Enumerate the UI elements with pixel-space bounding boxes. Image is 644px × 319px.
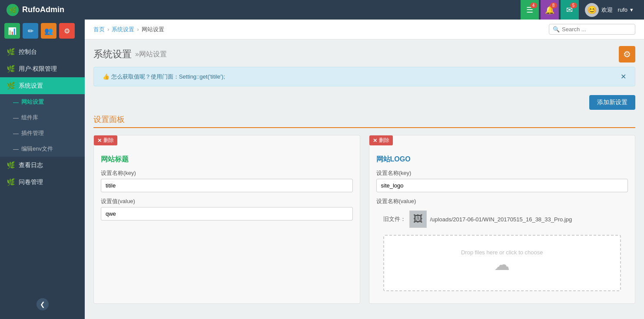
toolbar-edit-btn[interactable]: ✏ — [23, 23, 38, 39]
toolbar-settings-btn[interactable]: ⚙ — [59, 23, 75, 39]
delete-x-icon-logo: ✕ — [373, 138, 377, 144]
value-form-group-title: 设置值(value) — [94, 197, 360, 220]
top-navbar: 🌿 RufoAdmin ☰ 4 🔔 8 ✉ 5 😊 欢迎 rufo ▾ — [0, 0, 644, 20]
welcome-label: 欢迎 — [601, 6, 613, 14]
key-form-group-logo: 设置名称(key) — [369, 169, 635, 192]
breadcrumb-current: 网站设置 — [142, 26, 164, 33]
sidebar-sub-label-website: 网站设置 — [21, 98, 44, 106]
mail-btn[interactable]: ✉ 5 — [561, 0, 579, 20]
sidebar-submenu: — 网站设置 — 组件库 — 插件管理 — 编辑env文件 — [0, 94, 85, 157]
key-input-title[interactable] — [101, 179, 353, 192]
value-input-title[interactable] — [101, 207, 353, 220]
sidebar-sub-website-settings[interactable]: — 网站设置 — [0, 94, 85, 110]
search-icon: 🔍 — [553, 26, 560, 33]
toolbar-users-btn[interactable]: 👥 — [41, 23, 56, 39]
collapse-icon: ❮ — [40, 301, 45, 308]
key-form-group-title: 设置名称(key) — [94, 169, 360, 192]
sidebar: 📊 ✏ 👥 ⚙ 🌿 控制台 🌿 用户·权限管理 🌿 系统设置 — 网站设置 — … — [0, 20, 85, 319]
dropdown-icon: ▾ — [630, 7, 633, 13]
alert-text: 👍 怎么获取值呢？使用门面：Setting::get('titile'); — [103, 73, 225, 81]
sidebar-item-dashboard[interactable]: 🌿 控制台 — [0, 43, 85, 60]
sidebar-item-logs[interactable]: 🌿 查看日志 — [0, 157, 85, 174]
delete-btn-title[interactable]: ✕ 删除 — [94, 135, 117, 145]
card-title-website-title: 网站标题 — [94, 151, 360, 164]
breadcrumb-parent[interactable]: 系统设置 — [112, 26, 134, 33]
sidebar-sub-label-component: 组件库 — [21, 114, 38, 122]
setting-card-title: ✕ 删除 网站标题 设置名称(key) 设置值(value) — [93, 135, 360, 304]
value-label-logo: 设置名称(value) — [376, 197, 628, 205]
sidebar-item-label-dashboard: 控制台 — [19, 48, 37, 56]
logs-icon: 🌿 — [7, 161, 15, 169]
settings-grid: ✕ 删除 网站标题 设置名称(key) 设置值(value) ✕ 删除 — [93, 135, 635, 304]
sidebar-item-label-system-settings: 系统设置 — [19, 82, 43, 90]
add-setting-button[interactable]: 添加新设置 — [589, 95, 635, 110]
setting-card-logo: ✕ 删除 网站LOGO 设置名称(key) 设置名称(value) 旧文件： 🖼 — [369, 135, 636, 304]
delete-label-logo: 删除 — [379, 137, 389, 144]
breadcrumb-sep-2: › — [137, 26, 139, 33]
dot-icon-env: — — [13, 146, 19, 152]
survey-icon: 🌿 — [7, 178, 15, 186]
panel-section: 设置面板 ✕ 删除 网站标题 设置名称(key) 设置值(value) — [85, 114, 644, 312]
notifications-badge: 8 — [550, 3, 557, 8]
sidebar-sub-edit-env[interactable]: — 编辑env文件 — [0, 141, 85, 157]
gear-button[interactable]: ⚙ — [619, 46, 635, 62]
user-avatar-btn[interactable]: 😊 欢迎 rufo ▾ — [581, 3, 637, 17]
alert-icon: 👍 — [103, 73, 110, 80]
dashboard-icon: 🌿 — [7, 48, 15, 56]
page-header-title: 系统设置 »网站设置 — [93, 48, 167, 61]
brand-title: RufoAdmin — [22, 5, 64, 14]
upload-cloud-icon: ☁ — [393, 256, 612, 274]
breadcrumb-home[interactable]: 首页 — [93, 26, 105, 33]
delete-btn-logo[interactable]: ✕ 删除 — [369, 135, 393, 145]
sidebar-item-user-perm[interactable]: 🌿 用户·权限管理 — [0, 60, 85, 77]
brand-icon: 🌿 — [7, 4, 19, 16]
alert-close-btn[interactable]: ✕ — [621, 72, 626, 81]
sidebar-sub-label-env: 编辑env文件 — [21, 145, 53, 153]
dot-icon-plugin: — — [13, 130, 19, 137]
sidebar-item-survey[interactable]: 🌿 问卷管理 — [0, 174, 85, 191]
sidebar-sub-plugin-mgmt[interactable]: — 插件管理 — [0, 125, 85, 141]
action-bar: 添加新设置 — [85, 91, 644, 114]
user-perm-icon: 🌿 — [7, 65, 15, 73]
system-settings-icon: 🌿 — [7, 82, 15, 90]
dot-icon-component: — — [13, 115, 19, 121]
icon-toolbar: 📊 ✏ 👥 ⚙ — [0, 20, 85, 42]
topnav-right: ☰ 4 🔔 8 ✉ 5 😊 欢迎 rufo ▾ — [521, 0, 637, 20]
avatar: 😊 — [585, 3, 599, 17]
toolbar-chart-btn[interactable]: 📊 — [4, 23, 20, 39]
key-input-logo[interactable] — [376, 179, 628, 192]
sidebar-sub-label-plugin: 插件管理 — [21, 129, 44, 137]
key-label-title: 设置名称(key) — [101, 169, 353, 177]
alert-message: 怎么获取值呢？使用门面：Setting::get('titile'); — [111, 73, 225, 80]
main-content: 首页 › 系统设置 › 网站设置 🔍 系统设置 »网站设置 ⚙ 👍 怎么获取值呢… — [85, 20, 644, 319]
value-label-title: 设置值(value) — [101, 197, 353, 205]
value-form-group-logo: 设置名称(value) 旧文件： 🖼 /uploads/2017-06-01/W… — [369, 197, 635, 291]
dropzone[interactable]: Drop files here or click to choose ☁ — [383, 235, 621, 291]
key-label-logo: 设置名称(key) — [376, 169, 628, 177]
messages-btn[interactable]: ☰ 4 — [521, 0, 539, 20]
notifications-btn[interactable]: 🔔 8 — [541, 0, 559, 20]
sidebar-item-label-user-perm: 用户·权限管理 — [19, 65, 57, 73]
delete-x-icon: ✕ — [97, 138, 102, 144]
dot-icon-website: — — [13, 99, 19, 105]
card-title-logo: 网站LOGO — [369, 151, 635, 164]
breadcrumb: 首页 › 系统设置 › 网站设置 — [93, 26, 164, 33]
drop-text: Drop files here or click to choose — [461, 249, 543, 256]
old-file-thumb: 🖼 — [409, 210, 427, 228]
search-box[interactable]: 🔍 — [549, 24, 635, 35]
old-file-label: 旧文件： — [383, 215, 406, 223]
old-file-path: /uploads/2017-06-01/WIN_20170515_16_38_3… — [430, 216, 572, 223]
search-input[interactable] — [562, 26, 631, 33]
sidebar-item-label-survey: 问卷管理 — [19, 178, 43, 186]
page-title: 系统设置 — [93, 48, 132, 61]
sidebar-collapse-btn[interactable]: ❮ — [37, 298, 49, 310]
delete-label-title: 删除 — [103, 137, 114, 144]
breadcrumb-sep-1: › — [107, 26, 109, 33]
alert-info: 👍 怎么获取值呢？使用门面：Setting::get('titile'); ✕ — [93, 67, 635, 86]
page-header: 系统设置 »网站设置 ⚙ — [85, 39, 644, 67]
messages-badge: 4 — [530, 3, 537, 8]
sidebar-item-system-settings[interactable]: 🌿 系统设置 — [0, 77, 85, 94]
sidebar-item-label-logs: 查看日志 — [19, 161, 43, 169]
page-title-sub: »网站设置 — [135, 50, 167, 59]
sidebar-sub-component-lib[interactable]: — 组件库 — [0, 110, 85, 125]
